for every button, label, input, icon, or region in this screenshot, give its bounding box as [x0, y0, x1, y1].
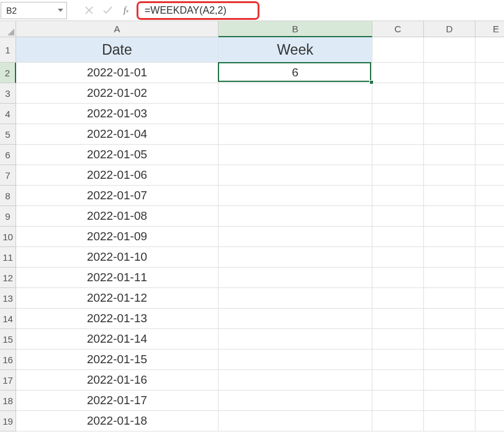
col-header-c[interactable]: C	[372, 21, 424, 37]
cell-a6[interactable]: 2022-01-05	[16, 145, 218, 165]
cell-e17[interactable]	[475, 370, 504, 391]
cell-d14[interactable]	[424, 309, 475, 329]
cell-c11[interactable]	[372, 247, 424, 268]
row-header-16[interactable]: 16	[0, 350, 16, 370]
fill-handle[interactable]	[369, 80, 374, 84]
cell-c7[interactable]	[372, 165, 424, 186]
cell-b10[interactable]	[218, 227, 372, 247]
name-box-dropdown-icon[interactable]	[57, 9, 63, 12]
cell-c1[interactable]	[372, 37, 424, 63]
select-all-button[interactable]	[0, 21, 16, 37]
cell-b7[interactable]	[218, 165, 372, 186]
cell-b6[interactable]	[218, 145, 372, 165]
cell-d18[interactable]	[424, 391, 475, 411]
cell-c19[interactable]	[372, 411, 424, 431]
cell-c4[interactable]	[372, 104, 424, 124]
cell-b13[interactable]	[218, 288, 372, 309]
col-header-e[interactable]: E	[475, 21, 504, 37]
cell-e6[interactable]	[475, 145, 504, 165]
spreadsheet-grid[interactable]: ABCDE 12345678910111213141516171819 Date…	[0, 21, 504, 447]
cell-d2[interactable]	[424, 63, 475, 83]
cell-c10[interactable]	[372, 227, 424, 247]
cell-d4[interactable]	[424, 104, 475, 124]
row-header-14[interactable]: 14	[0, 309, 16, 329]
cell-e8[interactable]	[475, 186, 504, 206]
cell-a14[interactable]: 2022-01-13	[16, 309, 218, 329]
cell-a5[interactable]: 2022-01-04	[16, 124, 218, 145]
cell-b14[interactable]	[218, 309, 372, 329]
cell-a15[interactable]: 2022-01-14	[16, 329, 218, 350]
cell-e15[interactable]	[475, 329, 504, 350]
cell-c15[interactable]	[372, 329, 424, 350]
row-header-9[interactable]: 9	[0, 206, 16, 227]
cell-e10[interactable]	[475, 227, 504, 247]
row-header-6[interactable]: 6	[0, 145, 16, 165]
cell-d8[interactable]	[424, 186, 475, 206]
cell-a7[interactable]: 2022-01-06	[16, 165, 218, 186]
cell-b5[interactable]	[218, 124, 372, 145]
cell-e12[interactable]	[475, 268, 504, 288]
cell-e4[interactable]	[475, 104, 504, 124]
cell-d1[interactable]	[424, 37, 475, 63]
cell-b18[interactable]	[218, 391, 372, 411]
row-header-5[interactable]: 5	[0, 124, 16, 145]
row-header-19[interactable]: 19	[0, 411, 16, 431]
cell-d13[interactable]	[424, 288, 475, 309]
cell-b16[interactable]	[218, 350, 372, 370]
cell-e13[interactable]	[475, 288, 504, 309]
cell-e16[interactable]	[475, 350, 504, 370]
row-header-10[interactable]: 10	[0, 227, 16, 247]
cell-c16[interactable]	[372, 350, 424, 370]
cell-e19[interactable]	[475, 411, 504, 431]
cell-a3[interactable]: 2022-01-02	[16, 83, 218, 104]
row-header-8[interactable]: 8	[0, 186, 16, 206]
cell-d10[interactable]	[424, 227, 475, 247]
cell-b17[interactable]	[218, 370, 372, 391]
cell-e3[interactable]	[475, 83, 504, 104]
cell-b12[interactable]	[218, 268, 372, 288]
cell-e9[interactable]	[475, 206, 504, 227]
formula-input[interactable]: =WEEKDAY(A2,2)	[137, 1, 259, 20]
cell-a13[interactable]: 2022-01-12	[16, 288, 218, 309]
cell-c14[interactable]	[372, 309, 424, 329]
cell-e5[interactable]	[475, 124, 504, 145]
cell-c17[interactable]	[372, 370, 424, 391]
cell-d5[interactable]	[424, 124, 475, 145]
cell-b4[interactable]	[218, 104, 372, 124]
cell-c3[interactable]	[372, 83, 424, 104]
cell-d17[interactable]	[424, 370, 475, 391]
insert-function-icon[interactable]: fx	[117, 2, 135, 19]
cell-a12[interactable]: 2022-01-11	[16, 268, 218, 288]
col-header-b[interactable]: B	[218, 21, 372, 37]
cell-a11[interactable]: 2022-01-10	[16, 247, 218, 268]
col-header-a[interactable]: A	[16, 21, 218, 37]
cell-e18[interactable]	[475, 391, 504, 411]
cell-c13[interactable]	[372, 288, 424, 309]
cell-b11[interactable]	[218, 247, 372, 268]
cell-e2[interactable]	[475, 63, 504, 83]
row-header-15[interactable]: 15	[0, 329, 16, 350]
row-header-17[interactable]: 17	[0, 370, 16, 391]
cell-c12[interactable]	[372, 268, 424, 288]
cell-d3[interactable]	[424, 83, 475, 104]
cell-d12[interactable]	[424, 268, 475, 288]
cell-b19[interactable]	[218, 411, 372, 431]
cell-a2[interactable]: 2022-01-01	[16, 63, 218, 83]
cell-a9[interactable]: 2022-01-08	[16, 206, 218, 227]
cell-c8[interactable]	[372, 186, 424, 206]
cell-d7[interactable]	[424, 165, 475, 186]
cell-e11[interactable]	[475, 247, 504, 268]
cell-a19[interactable]: 2022-01-18	[16, 411, 218, 431]
row-header-13[interactable]: 13	[0, 288, 16, 309]
cell-d19[interactable]	[424, 411, 475, 431]
cell-a16[interactable]: 2022-01-15	[16, 350, 218, 370]
row-header-7[interactable]: 7	[0, 165, 16, 186]
cell-c18[interactable]	[372, 391, 424, 411]
cell-c9[interactable]	[372, 206, 424, 227]
cell-c2[interactable]	[372, 63, 424, 83]
cell-a1[interactable]: Date	[16, 37, 218, 63]
row-header-11[interactable]: 11	[0, 247, 16, 268]
cell-b15[interactable]	[218, 329, 372, 350]
cell-b2[interactable]: 6	[218, 63, 372, 83]
cell-d15[interactable]	[424, 329, 475, 350]
